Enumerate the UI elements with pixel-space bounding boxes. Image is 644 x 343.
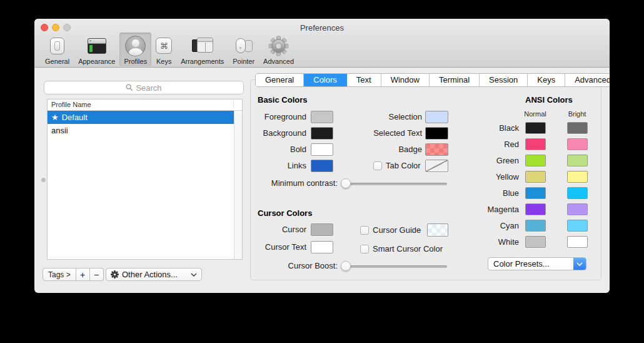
ansi-black-bright-well[interactable]	[567, 122, 588, 134]
cursor-boost-label: Cursor Boost:	[226, 260, 338, 272]
bright-column-header: Bright	[565, 110, 590, 118]
ansi-black-label: Black	[469, 122, 519, 134]
toolbar-item-general[interactable]: General	[41, 33, 74, 66]
profile-name: ansii	[51, 124, 68, 137]
toolbar-item-profiles[interactable]: Profiles	[119, 33, 151, 66]
general-icon	[50, 34, 64, 57]
minimum-contrast-slider[interactable]	[341, 178, 447, 188]
ansi-cyan-normal-well[interactable]	[525, 220, 546, 232]
ansi-black-normal-well[interactable]	[525, 122, 546, 134]
tab-text[interactable]: Text	[347, 74, 381, 86]
cursor-text-label: Cursor Text	[231, 241, 306, 253]
foreground-label: Foreground	[231, 111, 306, 123]
ansi-yellow-label: Yellow	[469, 171, 519, 183]
ansi-white-bright-well[interactable]	[567, 236, 588, 248]
ansi-green-label: Green	[469, 155, 519, 166]
ansi-magenta-normal-well[interactable]	[525, 203, 546, 215]
chevron-down-icon	[576, 262, 583, 266]
ansi-red-bright-well[interactable]	[567, 138, 588, 150]
tags-button[interactable]: Tags >	[43, 268, 76, 281]
slider-knob[interactable]	[341, 261, 351, 271]
ansi-colors-heading: ANSI Colors	[525, 95, 573, 105]
selection-color-well[interactable]	[425, 111, 448, 123]
add-profile-button[interactable]: +	[76, 268, 90, 281]
background-color-well[interactable]	[311, 127, 333, 140]
toolbar-item-pointer[interactable]: Pointer	[228, 33, 259, 66]
smart-cursor-color-row: Smart Cursor Color	[360, 244, 443, 253]
tab-keys[interactable]: Keys	[528, 74, 565, 86]
search-input[interactable]	[44, 81, 244, 95]
appearance-icon: ×	[88, 34, 106, 57]
toolbar-item-arrangements[interactable]: Arrangements	[176, 33, 228, 66]
cursor-guide-checkbox[interactable]	[360, 226, 369, 235]
selected-text-color-well[interactable]	[425, 127, 448, 140]
toolbar-item-keys[interactable]: ⌘ Keys	[151, 33, 176, 66]
ansi-cyan-label: Cyan	[469, 220, 519, 232]
cursor-text-color-well[interactable]	[311, 241, 333, 253]
links-label: Links	[231, 160, 306, 172]
cursor-guide-row: Cursor Guide	[360, 225, 421, 235]
links-color-well[interactable]	[311, 160, 333, 172]
ansi-green-normal-well[interactable]	[525, 155, 546, 166]
profiles-icon	[125, 34, 146, 57]
command-key-icon: ⌘	[156, 34, 172, 57]
search-field-wrap: Search	[44, 81, 244, 95]
selected-text-label: Selected Text	[341, 127, 422, 140]
slider-track[interactable]	[341, 183, 447, 185]
window-title: Preferences	[34, 23, 610, 33]
badge-label: Badge	[341, 143, 422, 156]
gear-icon	[268, 34, 289, 57]
titlebar: Preferences General × Appearance Profile…	[34, 19, 610, 68]
profile-row-ansii[interactable]: ansii	[48, 124, 234, 137]
tab-color-well[interactable]	[425, 160, 448, 172]
ansi-red-normal-well[interactable]	[525, 138, 546, 150]
badge-color-well[interactable]	[425, 143, 448, 156]
splitter-handle[interactable]	[41, 178, 46, 182]
ansi-green-bright-well[interactable]	[567, 155, 588, 166]
ansi-yellow-normal-well[interactable]	[525, 171, 546, 183]
tab-color-checkbox[interactable]	[373, 161, 382, 170]
color-presets-dropdown[interactable]: Color Presets...	[488, 257, 586, 270]
tab-terminal[interactable]: Terminal	[430, 74, 480, 86]
ansi-white-normal-well[interactable]	[525, 236, 546, 248]
foreground-color-well[interactable]	[311, 111, 333, 123]
background-label: Background	[231, 127, 306, 140]
tab-colors[interactable]: Colors	[304, 74, 347, 86]
ansi-yellow-bright-well[interactable]	[567, 171, 588, 183]
profile-name: Default	[62, 111, 88, 124]
cursor-color-well[interactable]	[311, 223, 333, 236]
slider-knob[interactable]	[341, 178, 351, 188]
ansi-blue-bright-well[interactable]	[567, 187, 588, 199]
slider-track[interactable]	[341, 265, 447, 268]
minimum-contrast-label: Minimum contrast:	[226, 177, 338, 190]
settings-tab-bar: General Colors Text Window Terminal Sess…	[255, 73, 610, 87]
chevron-down-icon	[191, 273, 197, 277]
dropdown-arrow-button[interactable]	[573, 258, 586, 270]
smart-cursor-checkbox[interactable]	[360, 245, 369, 253]
ansi-blue-normal-well[interactable]	[525, 187, 546, 199]
cursor-boost-slider[interactable]	[341, 261, 447, 271]
ansi-magenta-bright-well[interactable]	[567, 203, 588, 215]
gear-icon	[111, 270, 119, 279]
bold-label: Bold	[231, 143, 306, 156]
profile-table-header[interactable]: Profile Name	[48, 100, 242, 111]
preferences-window: Preferences General × Appearance Profile…	[34, 19, 610, 293]
ansi-magenta-label: Magenta	[469, 203, 519, 215]
cursor-guide-color-well[interactable]	[427, 223, 448, 237]
other-actions-dropdown[interactable]: Other Actions...	[106, 268, 202, 281]
preferences-toolbar: General × Appearance Profiles ⌘ Keys	[41, 33, 298, 66]
tab-window[interactable]: Window	[381, 74, 430, 86]
bold-color-well[interactable]	[311, 143, 333, 156]
remove-profile-button[interactable]: −	[90, 268, 104, 281]
arrangements-icon	[192, 34, 213, 57]
ansi-red-label: Red	[469, 138, 519, 150]
tab-advanced[interactable]: Advanced	[565, 74, 610, 86]
cursor-colors-heading: Cursor Colors	[258, 208, 312, 218]
profile-row-default[interactable]: ★ Default	[48, 111, 234, 124]
toolbar-item-advanced[interactable]: Advanced	[259, 33, 298, 66]
tab-session[interactable]: Session	[480, 74, 528, 86]
tab-general[interactable]: General	[256, 74, 304, 86]
ansi-cyan-bright-well[interactable]	[567, 220, 588, 232]
tab-color-row: Tab Color	[373, 161, 421, 170]
toolbar-item-appearance[interactable]: × Appearance	[74, 33, 119, 66]
